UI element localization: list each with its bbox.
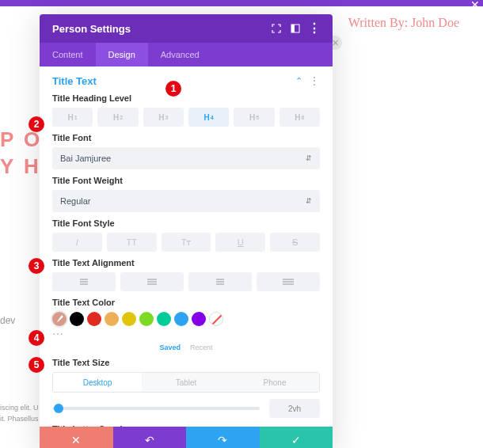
align-right[interactable] [188,272,252,291]
annotation-2: 2 [29,116,44,132]
weight-select[interactable]: Regular⇵ [52,190,320,212]
annotation-3: 3 [29,258,44,274]
label-font-style: Title Font Style [52,218,320,228]
annotation-4: 4 [29,330,44,346]
tab-content[interactable]: Content [40,43,96,66]
color-swatches [52,312,320,326]
bg-dev-text: dev [0,315,15,326]
style-italic[interactable]: I [52,233,102,252]
top-purple-bar [0,0,483,6]
settings-panel: Person Settings ⋮ Content Design Advance… [40,14,333,448]
style-strike[interactable]: S [270,233,320,252]
label-font-weight: Title Font Weight [52,176,320,185]
panel-body: Title Text ⌃ ⋮ Title Heading Level H1 H2… [40,66,333,427]
heading-h2[interactable]: H2 [97,108,138,127]
align-justify[interactable] [257,272,320,291]
style-uppercase[interactable]: TT [107,233,157,252]
label-letter-spacing: Title Letter Spacing [52,424,320,427]
swatch-yellow[interactable] [122,312,136,326]
chevron-up-icon[interactable]: ⌃ [295,76,302,86]
devtab-desktop[interactable]: Desktop [53,373,142,392]
heading-h6[interactable]: H6 [280,108,320,127]
swatch-red[interactable] [87,312,101,326]
size-slider[interactable] [52,407,260,410]
swatch-orange[interactable] [105,312,119,326]
panel-title: Person Settings [52,23,131,35]
expand-icon[interactable] [271,23,282,34]
heading-h5[interactable]: H5 [234,108,274,127]
device-tabs: Desktop Tablet Phone [52,372,320,393]
redo-button[interactable]: ↷ [186,427,260,448]
panel-header: Person Settings ⋮ [40,14,333,43]
heading-h1[interactable]: H1 [52,108,93,127]
cancel-button[interactable]: ✕ [40,427,113,448]
heading-h3[interactable]: H3 [143,108,184,127]
slider-thumb[interactable] [54,404,63,413]
label-font: Title Font [52,133,320,142]
bg-lorem-text: iscing elit. U it. Phasellus [0,402,40,425]
save-button[interactable]: ✓ [260,427,333,448]
written-by-text: Written By: John Doe [348,16,459,30]
close-icon[interactable]: ✕ [470,0,480,11]
more-icon[interactable]: ⋮ [309,23,320,34]
label-heading-level: Title Heading Level [52,93,320,103]
size-value[interactable]: 2vh [269,399,320,418]
color-picker-icon[interactable] [52,312,67,326]
swatch-green[interactable] [139,312,154,326]
swatch-teal[interactable] [157,312,171,326]
swatch-blue[interactable] [174,312,188,326]
recent-tab[interactable]: Recent [190,344,213,351]
tab-advanced[interactable]: Advanced [148,43,212,66]
chevron-updown-icon: ⇵ [306,197,312,205]
svg-rect-1 [291,25,295,32]
tab-design[interactable]: Design [96,43,148,66]
style-underline[interactable]: U [215,233,265,252]
undo-button[interactable]: ↶ [113,427,187,448]
swatch-none[interactable] [209,312,223,326]
devtab-phone[interactable]: Phone [230,373,319,392]
annotation-1: 1 [165,81,181,97]
swatch-purple[interactable] [192,312,206,326]
align-left[interactable] [52,272,116,291]
annotation-5: 5 [29,357,44,373]
saved-recent-tabs: Saved Recent [52,344,320,351]
section-more-icon[interactable]: ⋮ [309,74,320,87]
style-smallcaps[interactable]: Tᴛ [162,233,211,252]
align-center[interactable] [120,272,184,291]
chevron-updown-icon: ⇵ [306,154,312,162]
label-alignment: Title Text Alignment [52,258,320,268]
color-more-icon[interactable]: ⋯ [52,328,320,340]
saved-tab[interactable]: Saved [159,344,181,351]
panel-footer: ✕ ↶ ↷ ✓ [40,427,333,448]
font-select[interactable]: Bai Jamjuree⇵ [52,147,320,169]
panel-tabs: Content Design Advanced [40,43,333,66]
label-color: Title Text Color [52,298,320,307]
devtab-tablet[interactable]: Tablet [142,373,230,392]
label-size: Title Text Size [52,358,320,367]
snap-icon[interactable] [290,23,301,34]
heading-h4[interactable]: H4 [188,108,229,127]
swatch-black[interactable] [70,312,84,326]
